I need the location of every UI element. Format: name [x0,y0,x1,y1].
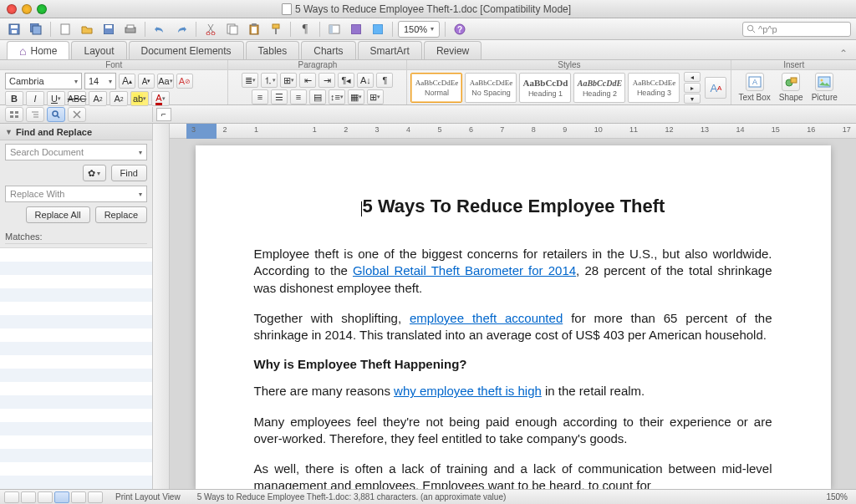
open-button[interactable] [78,21,96,38]
style-no-spacing[interactable]: AaBbCcDdEeNo Spacing [465,73,517,103]
tab-charts[interactable]: Charts [301,41,355,59]
search-document-input[interactable]: Search Document▾ [5,144,147,160]
style-heading-2[interactable]: AaBbCcDdEHeading 2 [573,73,625,103]
increase-indent-button[interactable]: ⇥ [318,73,335,88]
replace-with-input[interactable]: Replace With▾ [5,186,147,202]
vertical-ruler[interactable] [153,124,170,489]
show-paragraph-button[interactable]: ¶ [376,73,393,88]
font-size-select[interactable]: 14▾ [84,73,116,89]
format-painter-button[interactable] [267,21,285,38]
find-button[interactable]: Find [111,165,147,181]
publishing-view-button[interactable] [38,491,53,503]
change-case-button[interactable]: Aa▾ [157,74,174,89]
notebook-view-button[interactable] [71,491,86,503]
paste-button[interactable] [245,21,263,38]
outline-view-button[interactable] [21,491,36,503]
copy-button[interactable] [223,21,242,38]
zoom-select[interactable]: 150%▾ [398,21,440,38]
line-spacing-button[interactable]: ↕≡▾ [329,89,345,104]
help-search-input[interactable]: ^p^p [742,22,851,37]
help-button[interactable]: ? [451,21,469,38]
draft-view-button[interactable] [4,491,19,503]
shrink-font-button[interactable]: A▾ [138,74,155,89]
status-zoom[interactable]: 150% [818,492,856,501]
tab-tables[interactable]: Tables [246,41,300,59]
sidebar-title: Find and Replace [16,127,92,137]
tab-home[interactable]: Home [7,41,69,59]
link-global-retail[interactable]: Global Retail Theft Barometer for 2014 [353,263,576,277]
tab-review[interactable]: Review [424,41,482,59]
shading-button[interactable]: ▦▾ [348,89,364,104]
numbering-button[interactable]: ⒈▾ [261,73,278,88]
grow-font-button[interactable]: A▴ [119,74,135,89]
style-heading-1[interactable]: AaBbCcDdHeading 1 [519,73,571,103]
print-layout-view-button[interactable] [54,491,69,503]
svg-point-32 [821,79,823,82]
new-button[interactable] [56,21,74,38]
borders-button[interactable]: ⊞▾ [367,89,384,104]
tab-stop-selector[interactable]: ⌐ [156,108,171,121]
bullets-button[interactable]: ≣▾ [242,73,258,88]
align-center-button[interactable]: ☰ [271,89,288,104]
style-normal[interactable]: AaBbCcDdEeNormal [410,73,462,103]
justify-button[interactable]: ▤ [309,89,326,104]
underline-button[interactable]: U▾ [47,91,65,106]
undo-button[interactable] [150,21,169,38]
minimize-window-button[interactable] [22,4,32,14]
document-page[interactable]: 5 Ways To Reduce Employee Theft Employee… [196,145,831,489]
bold-button[interactable]: B [5,91,23,106]
cut-button[interactable] [201,21,220,38]
page-scroll-area[interactable]: 5 Ways To Reduce Employee Theft Employee… [170,139,856,489]
save-button[interactable] [5,21,23,38]
show-formatting-button[interactable]: ¶ [296,21,314,38]
strikethrough-button[interactable]: ABC [68,91,86,106]
styles-expand[interactable]: ▾ [684,94,701,104]
media-browser-button[interactable] [369,21,387,38]
tab-layout[interactable]: Layout [71,41,126,59]
collapse-panel-icon[interactable]: ▼ [5,128,13,136]
subscript-button[interactable]: A2 [89,91,107,106]
styles-scroll-left[interactable]: ◂ [684,72,701,82]
find-options-button[interactable]: ✿▾ [83,165,106,181]
align-left-button[interactable]: ≡ [252,89,268,104]
styles-scroll-right[interactable]: ▸ [684,83,701,93]
highlight-button[interactable]: ab▾ [130,91,149,106]
tab-smartart[interactable]: SmartArt [358,41,422,59]
styles-pane-button[interactable]: AA [705,77,726,99]
tab-document-elements[interactable]: Document Elements [129,41,244,59]
redo-button[interactable] [172,21,191,38]
maximize-window-button[interactable] [37,4,47,14]
replace-all-button[interactable]: Replace All [26,206,90,223]
insert-text-box-button[interactable]: AText Box [738,73,770,102]
superscript-button[interactable]: A2 [110,91,128,106]
multilevel-list-button[interactable]: ⊞▾ [280,73,297,88]
svg-line-26 [752,30,755,33]
find-replace-pane-button[interactable] [47,107,65,122]
outline-view-button[interactable] [26,107,44,122]
font-name-select[interactable]: Cambria▾ [5,73,82,89]
sidebar-toggle-button[interactable] [325,21,344,38]
insert-shape-button[interactable]: Shape [779,73,803,102]
font-color-button[interactable]: A▾ [151,91,170,106]
close-window-button[interactable] [7,4,17,14]
italic-button[interactable]: I [26,91,44,106]
print-button[interactable] [121,21,140,38]
insert-picture-button[interactable]: Picture [812,73,838,102]
save-icon-button[interactable] [99,21,118,38]
style-heading-3[interactable]: AaBbCcDdEeHeading 3 [628,73,680,103]
collapse-ribbon-button[interactable]: ⌃ [839,48,848,59]
close-sidebar-button[interactable] [68,107,86,122]
align-right-button[interactable]: ≡ [290,89,307,104]
save-as-button[interactable] [27,21,45,38]
clear-formatting-button[interactable]: A⊘ [176,74,193,89]
sort-button[interactable]: A↓ [357,73,374,88]
text-direction-button[interactable]: ¶◂ [338,73,354,88]
decrease-indent-button[interactable]: ⇤ [299,73,316,88]
toolbox-button[interactable] [347,21,365,38]
link-why-theft-high[interactable]: why employee theft is high [394,384,542,398]
focus-view-button[interactable] [88,491,103,503]
replace-button[interactable]: Replace [95,206,147,223]
link-employee-theft-accounted[interactable]: employee theft accounted [410,311,563,325]
thumbnails-view-button[interactable] [5,107,23,122]
horizontal-ruler[interactable]: 3211234567891011121314151617 [170,124,856,139]
